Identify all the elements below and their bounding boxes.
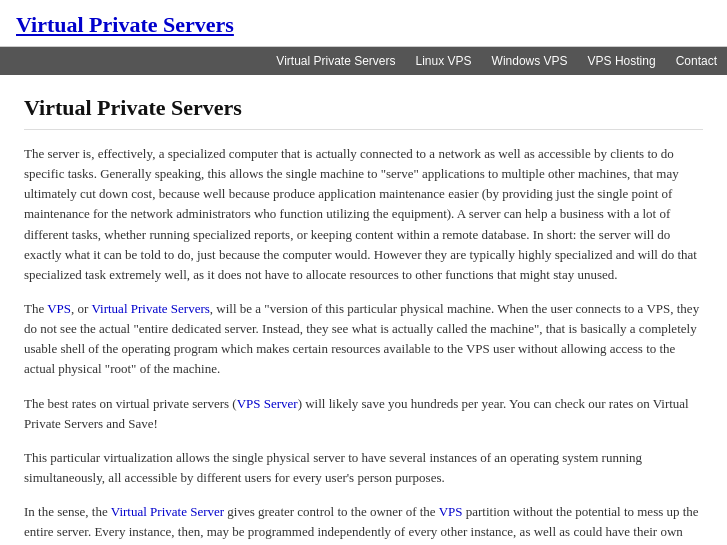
link-virtual-private-server[interactable]: Virtual Private Server <box>111 504 224 519</box>
para2-text-before: The <box>24 301 47 316</box>
paragraph-3: The best rates on virtual private server… <box>24 394 703 434</box>
nav-hosting[interactable]: VPS Hosting <box>578 47 666 75</box>
link-vps-2[interactable]: VPS <box>439 504 463 519</box>
navbar: Virtual Private ServersLinux VPSWindows … <box>0 47 727 75</box>
para3-text-before: The best rates on virtual private server… <box>24 396 237 411</box>
main-content: Virtual Private Servers The server is, e… <box>0 75 727 545</box>
para2-text-mid: , or <box>71 301 91 316</box>
site-title[interactable]: Virtual Private Servers <box>16 12 234 37</box>
site-header: Virtual Private Servers <box>0 0 727 47</box>
link-vps-1[interactable]: VPS <box>47 301 71 316</box>
paragraph-1: The server is, effectively, a specialize… <box>24 144 703 285</box>
para5-text-mid: gives greater control to the owner of th… <box>224 504 439 519</box>
nav-vps[interactable]: Virtual Private Servers <box>266 47 405 75</box>
page-title: Virtual Private Servers <box>24 95 703 130</box>
nav-windows[interactable]: Windows VPS <box>482 47 578 75</box>
para5-text-before: In the sense, the <box>24 504 111 519</box>
paragraph-2: The VPS, or Virtual Private Servers, wil… <box>24 299 703 380</box>
link-vps-server[interactable]: VPS Server <box>237 396 298 411</box>
link-virtual-private-servers[interactable]: Virtual Private Servers <box>91 301 209 316</box>
nav-contact[interactable]: Contact <box>666 47 727 75</box>
paragraph-5: In the sense, the Virtual Private Server… <box>24 502 703 545</box>
nav-linux[interactable]: Linux VPS <box>406 47 482 75</box>
paragraph-4: This particular virtualization allows th… <box>24 448 703 488</box>
